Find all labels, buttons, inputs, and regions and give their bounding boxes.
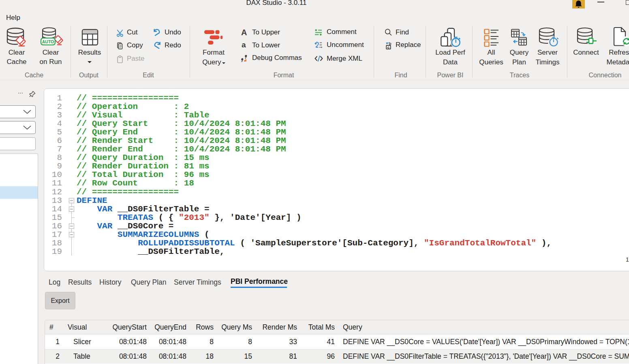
- svg-text:AUTO: AUTO: [42, 39, 54, 44]
- svg-text:b: b: [389, 42, 392, 46]
